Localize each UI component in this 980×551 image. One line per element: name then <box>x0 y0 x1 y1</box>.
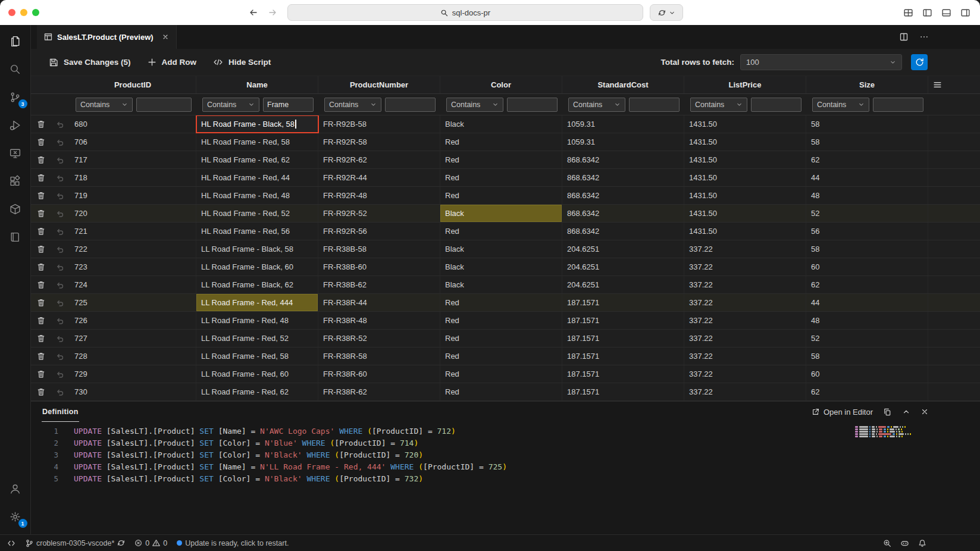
cell-product-id[interactable]: 728 <box>70 347 196 365</box>
cell-standard-cost[interactable]: 868.6342 <box>562 169 684 186</box>
total-rows-select[interactable]: 100 <box>740 54 902 70</box>
revert-row-button[interactable] <box>51 151 70 168</box>
back-icon[interactable] <box>249 8 258 17</box>
revert-row-button[interactable] <box>51 294 70 311</box>
cell-product-id[interactable]: 727 <box>70 330 196 347</box>
cell-product-id[interactable]: 718 <box>70 169 196 186</box>
cell-product-number[interactable]: FR-R38R-48 <box>318 312 440 329</box>
remote-indicator[interactable] <box>7 539 15 547</box>
toggle-panel-icon[interactable] <box>941 8 951 18</box>
sidebar-item-run-debug[interactable] <box>1 111 30 139</box>
cell-list-price[interactable]: 337.22 <box>684 383 806 400</box>
cell-list-price[interactable]: 337.22 <box>684 258 806 276</box>
cell-list-price[interactable]: 1431.50 <box>684 133 806 151</box>
column-header-color[interactable]: Color <box>440 76 562 93</box>
cell-color[interactable]: Red <box>440 169 562 186</box>
cell-standard-cost[interactable]: 204.6251 <box>562 240 684 258</box>
sidebar-item-remote-explorer[interactable] <box>1 139 30 167</box>
cell-name[interactable]: HL Road Frame - Red, 62 <box>196 151 318 168</box>
close-panel-icon[interactable] <box>920 408 929 416</box>
filter-value-color[interactable] <box>507 98 558 112</box>
revert-row-button[interactable] <box>51 258 70 276</box>
cell-list-price[interactable]: 1431.50 <box>684 205 806 222</box>
cell-standard-cost[interactable]: 187.1571 <box>562 330 684 347</box>
cell-name[interactable]: LL Road Frame - Black, 58 <box>196 240 318 258</box>
filter-value-name[interactable] <box>263 98 314 112</box>
problems-status[interactable]: 0 0 <box>134 539 167 547</box>
cell-product-number[interactable]: FR-R92B-58 <box>318 115 440 133</box>
chevron-up-icon[interactable] <box>902 408 910 416</box>
cell-name[interactable]: LL Road Frame - Red, 444 <box>196 294 318 311</box>
sidebar-item-extensions[interactable] <box>1 167 30 195</box>
cell-size[interactable]: 58 <box>806 133 928 151</box>
filter-operator-standardcost[interactable]: Contains <box>568 98 625 112</box>
cell-size[interactable]: 52 <box>806 330 928 347</box>
tab-saleslt-product[interactable]: SalesLT.Product (Preview) <box>37 25 177 49</box>
delete-row-button[interactable] <box>31 205 51 222</box>
cell-product-number[interactable]: FR-R38R-44 <box>318 294 440 311</box>
column-header-listprice[interactable]: ListPrice <box>684 76 806 93</box>
cell-list-price[interactable]: 337.22 <box>684 240 806 258</box>
cell-product-number[interactable]: FR-R92R-52 <box>318 205 440 222</box>
cell-size[interactable]: 52 <box>806 205 928 222</box>
forward-icon[interactable] <box>268 8 277 17</box>
sidebar-item-manage[interactable]: 1 <box>1 503 30 531</box>
cell-list-price[interactable]: 1431.50 <box>684 187 806 204</box>
cell-color[interactable]: Black <box>440 276 562 293</box>
cell-product-id[interactable]: 723 <box>70 258 196 276</box>
filter-operator-productnumber[interactable]: Contains <box>324 98 381 112</box>
revert-row-button[interactable] <box>51 169 70 186</box>
cell-name[interactable]: HL Road Frame - Red, 56 <box>196 223 318 240</box>
cell-product-id[interactable]: 680 <box>70 115 196 133</box>
cell-size[interactable]: 62 <box>806 383 928 400</box>
filter-value-productid[interactable] <box>136 98 192 112</box>
delete-row-button[interactable] <box>31 223 51 240</box>
cell-product-id[interactable]: 721 <box>70 223 196 240</box>
cell-product-number[interactable]: FR-R38R-62 <box>318 383 440 400</box>
minimap[interactable] <box>855 426 930 437</box>
toggle-secondary-sidebar-icon[interactable] <box>960 8 970 18</box>
delete-row-button[interactable] <box>31 187 51 204</box>
cell-product-number[interactable]: FR-R38R-58 <box>318 347 440 365</box>
cell-color[interactable]: Red <box>440 347 562 365</box>
cell-color[interactable]: Red <box>440 365 562 383</box>
split-editor-icon[interactable] <box>899 32 909 42</box>
delete-row-button[interactable] <box>31 151 51 168</box>
filter-value-productnumber[interactable] <box>385 98 436 112</box>
cell-list-price[interactable]: 337.22 <box>684 330 806 347</box>
filter-value-standardcost[interactable] <box>629 98 680 112</box>
cell-size[interactable]: 44 <box>806 294 928 311</box>
cell-color[interactable]: Red <box>440 223 562 240</box>
cell-product-number[interactable]: FR-R92R-44 <box>318 169 440 186</box>
revert-row-button[interactable] <box>51 133 70 151</box>
save-changes-button[interactable]: Save Changes (5) <box>49 58 131 67</box>
minimize-window-button[interactable] <box>20 9 27 16</box>
delete-row-button[interactable] <box>31 347 51 365</box>
customize-layout-icon[interactable] <box>903 8 913 18</box>
sidebar-item-database-projects[interactable] <box>1 195 30 223</box>
cell-product-number[interactable]: FR-R38R-60 <box>318 365 440 383</box>
cell-standard-cost[interactable]: 868.6342 <box>562 223 684 240</box>
filter-operator-productid[interactable]: Contains <box>76 98 133 112</box>
tab-close-icon[interactable] <box>162 33 169 40</box>
cell-standard-cost[interactable]: 868.6342 <box>562 205 684 222</box>
cell-product-id[interactable]: 706 <box>70 133 196 151</box>
cell-list-price[interactable]: 337.22 <box>684 347 806 365</box>
add-row-button[interactable]: Add Row <box>148 58 197 67</box>
cell-standard-cost[interactable]: 868.6342 <box>562 187 684 204</box>
refresh-button[interactable] <box>911 54 928 70</box>
revert-row-button[interactable] <box>51 330 70 347</box>
cell-color[interactable]: Red <box>440 383 562 400</box>
panel-tab-definition[interactable]: Definition <box>42 402 79 422</box>
cell-name[interactable]: LL Road Frame - Red, 62 <box>196 383 318 400</box>
command-center[interactable]: sql-docs-pr <box>287 4 643 21</box>
column-header-name[interactable]: Name <box>196 76 318 93</box>
cell-color[interactable]: Red <box>440 133 562 151</box>
cell-list-price[interactable]: 337.22 <box>684 312 806 329</box>
cell-name[interactable]: HL Road Frame - Red, 58 <box>196 133 318 151</box>
cell-product-number[interactable]: FR-R38B-62 <box>318 276 440 293</box>
revert-row-button[interactable] <box>51 240 70 258</box>
copy-icon[interactable] <box>883 408 892 417</box>
cell-list-price[interactable]: 1431.50 <box>684 151 806 168</box>
cell-name[interactable]: LL Road Frame - Red, 58 <box>196 347 318 365</box>
